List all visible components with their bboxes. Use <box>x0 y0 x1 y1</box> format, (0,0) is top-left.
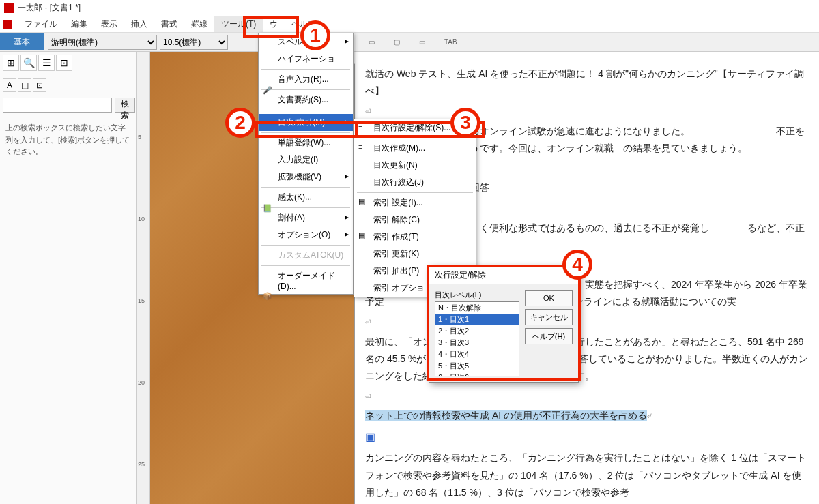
menu-file[interactable]: ファイル <box>18 16 64 32</box>
submenu-item[interactable]: 目次行絞込(J) <box>354 174 476 191</box>
menu-item[interactable]: オーダーメイド(D)...📦 <box>259 267 353 294</box>
menu-item[interactable]: 目次/索引(M)▸ <box>259 114 353 131</box>
submenu-item[interactable]: 目次更新(N) <box>354 157 476 174</box>
submenu-item[interactable]: 索引 解除(C) <box>354 211 476 228</box>
grid-icon[interactable]: ⊞ <box>3 55 19 71</box>
annotation-3: 3 <box>450 108 480 138</box>
level-listbox[interactable]: N・目次解除1・目次12・目次23・目次34・目次45・目次56・目次6 <box>435 301 519 376</box>
mini-tool[interactable]: ◫ <box>18 78 31 92</box>
search-help-text: 上の検索ボックスに検索したい文字列を入力して、[検索]ボタンを押してください。 <box>3 119 133 161</box>
submenu-item[interactable]: 索引 更新(K) <box>354 246 476 263</box>
dialog-title: 次行設定/解除 <box>429 267 578 284</box>
tab-label: TAB <box>442 37 460 47</box>
font-select[interactable]: 游明朝(標準) <box>48 35 157 50</box>
menu-item[interactable]: ハイフネーショ <box>259 50 353 68</box>
search-button[interactable]: 検索 <box>115 98 135 113</box>
menu-edit[interactable]: 編集 <box>64 16 94 32</box>
sidebar: ⊞ 🔍 ☰ ⊡ A ◫ ⊡ 検索 上の検索ボックスに検索したい文字列を入力して、… <box>0 52 136 504</box>
menu-item[interactable]: 割付(A)▸ <box>259 209 353 226</box>
menu-format[interactable]: 書式 <box>154 16 184 32</box>
size-select[interactable]: 10.5(標準) <box>160 35 228 50</box>
window-title: 一太郎 - [文書1 *] <box>18 2 81 14</box>
menu-ruled[interactable]: 罫線 <box>184 16 214 32</box>
menu-item[interactable]: オプション(O)▸ <box>259 226 353 243</box>
cancel-button[interactable]: キャンセル <box>525 309 573 325</box>
titlebar: 一太郎 - [文書1 *] <box>0 0 819 16</box>
list-icon[interactable]: ☰ <box>38 55 55 71</box>
ok-button[interactable]: OK <box>525 290 573 306</box>
tab-marker[interactable]: ▭ <box>366 37 377 47</box>
annotation-4: 4 <box>562 250 592 280</box>
mini-tool[interactable]: A <box>3 78 16 92</box>
menu-item[interactable]: 文書要約(S)... <box>259 91 353 108</box>
annotation-1: 1 <box>300 20 330 50</box>
help-button[interactable]: ヘルプ(H) <box>525 328 573 344</box>
menubar: ファイル 編集 表示 挿入 書式 罫線 ツール(T) ウ ヘルプ <box>0 16 819 33</box>
doc-icon <box>3 20 12 29</box>
menu-item[interactable]: 感太(K)...📗 <box>259 189 353 206</box>
ruler-tabs: ▭ ▢ ▭ TAB <box>366 37 460 47</box>
list-option[interactable]: 4・目次4 <box>435 349 519 360</box>
annotation-2: 2 <box>225 108 255 138</box>
menu-item[interactable]: 単語登録(W)... <box>259 134 353 151</box>
list-option[interactable]: 3・目次3 <box>435 337 519 349</box>
menu-tools[interactable]: ツール(T) <box>214 16 263 32</box>
submenu-item[interactable]: 索引 作成(T)▤ <box>354 228 476 246</box>
doc-para: カンニングの内容を尋ねたところ、「カンニング行為を実行したことはない」を除く 1… <box>365 449 809 501</box>
end-mark-icon: ▣ <box>365 431 375 443</box>
search-input[interactable] <box>3 98 112 113</box>
doc-heading: 就活の Web テスト、生成 AI を使った不正が問題に！ 4 割が"何らかのカ… <box>365 65 809 100</box>
list-option[interactable]: 5・目次5 <box>435 360 519 372</box>
toolbar-tab-basic[interactable]: 基本 <box>0 33 44 50</box>
menu-insert[interactable]: 挿入 <box>124 16 154 32</box>
app-icon <box>4 3 14 13</box>
menu-item[interactable] <box>259 108 353 114</box>
list-option[interactable]: 6・目次6 <box>435 372 519 376</box>
submenu-item[interactable]: 目次作成(M)...≡ <box>354 140 476 157</box>
doc-selected-text: ネット上での情報検索や生成 AI の使用が不正行為の大半を占める <box>365 410 647 421</box>
mini-tool[interactable]: ⊡ <box>33 78 46 92</box>
list-option[interactable]: 1・目次1 <box>435 314 519 325</box>
list-option[interactable]: N・目次解除 <box>435 302 519 314</box>
menu-window[interactable]: ウ <box>263 16 285 32</box>
tab-marker[interactable]: ▢ <box>391 37 403 47</box>
menu-item[interactable]: 入力設定(I) <box>259 151 353 168</box>
menu-item[interactable]: 拡張機能(V)▸ <box>259 168 353 186</box>
expand-icon[interactable]: ⊡ <box>56 55 72 71</box>
tools-dropdown: スペルチ▸ハイフネーショ音声入力(R)...🎤文書要約(S)...目次/索引(M… <box>258 33 354 295</box>
vertical-ruler: 5 10 15 20 25 <box>136 52 150 504</box>
toolbar: 基本 游明朝(標準) 10.5(標準) ▭ ▢ ▭ TAB <box>0 33 819 52</box>
tab-marker[interactable]: ▭ <box>416 37 428 47</box>
menu-item[interactable]: 音声入力(R)...🎤 <box>259 71 353 88</box>
menu-view[interactable]: 表示 <box>94 16 124 32</box>
level-label: 目次レベル(L) <box>435 290 519 300</box>
menu-item[interactable]: カスタムATOK(U) <box>259 247 353 264</box>
list-option[interactable]: 2・目次2 <box>435 325 519 337</box>
submenu-item[interactable]: 索引 設定(I)...▤ <box>354 194 476 211</box>
search-icon[interactable]: 🔍 <box>20 55 37 71</box>
toc-level-dialog: 次行設定/解除 目次レベル(L) N・目次解除1・目次12・目次23・目次34・… <box>429 266 579 383</box>
